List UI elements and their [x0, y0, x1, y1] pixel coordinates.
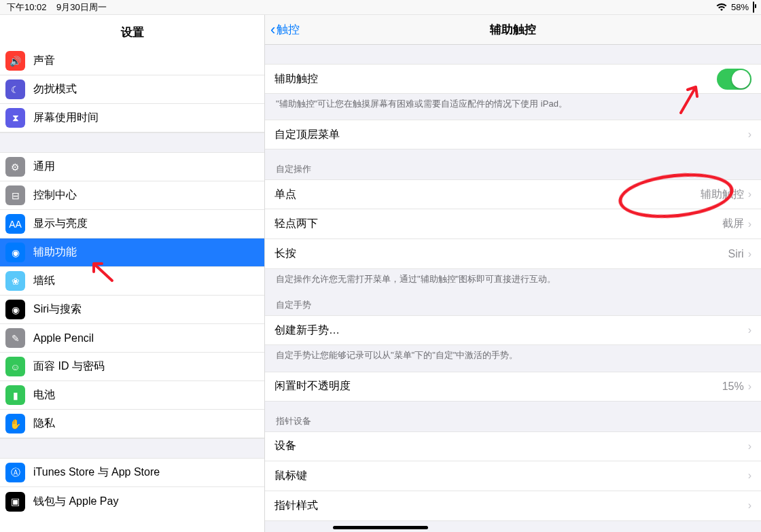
devices-row[interactable]: 设备 › [265, 431, 761, 461]
sidebar-item-label: iTunes Store 与 App Store [33, 465, 160, 480]
sidebar-item[interactable]: ⧗屏幕使用时间 [0, 104, 264, 132]
battery-icon: ▮ [5, 385, 25, 405]
chevron-right-icon: › [748, 469, 751, 482]
chevron-right-icon: › [748, 440, 751, 453]
sidebar-item[interactable]: ▮电池 [0, 381, 264, 410]
hourglass-icon: ⧗ [5, 108, 25, 128]
pointer-style-row[interactable]: 指针样式 › [265, 491, 761, 521]
sidebar-item-label: 通用 [33, 160, 55, 174]
siri-icon: ◉ [5, 300, 25, 319]
single-tap-row[interactable]: 单点 辅助触控 › [265, 179, 761, 209]
custom-gestures-header: 自定手势 [265, 285, 761, 315]
text-size-icon: AA [5, 214, 25, 234]
assistive-touch-desc: "辅助触控"可让您在触摸屏幕有困难或需要自适应配件的情况下使用 iPad。 [265, 94, 761, 110]
wifi-icon [716, 3, 727, 12]
chevron-right-icon: › [748, 128, 751, 141]
sidebar-item-label: 声音 [33, 54, 55, 68]
sidebar-item[interactable]: ✋隐私 [0, 410, 264, 438]
battery-icon [753, 2, 754, 12]
idle-opacity-row[interactable]: 闲置时不透明度 15% › [265, 372, 761, 402]
custom-actions-header: 自定操作 [265, 149, 761, 179]
assistive-touch-row[interactable]: 辅助触控 [265, 64, 761, 94]
custom-actions-footer: 自定操作允许您无需打开菜单，通过"辅助触控"图标即可直接进行互动。 [265, 269, 761, 285]
detail-header: ‹ 触控 辅助触控 [265, 15, 761, 45]
mouse-keys-row[interactable]: 鼠标键 › [265, 461, 761, 491]
sidebar-item[interactable]: ◉Siri与搜索 [0, 296, 264, 324]
sidebar-item-label: 勿扰模式 [33, 82, 77, 96]
pencil-icon: ✎ [5, 328, 25, 348]
appstore-icon: Ⓐ [5, 463, 25, 482]
detail-title: 辅助触控 [265, 22, 761, 37]
back-label: 触控 [277, 22, 300, 37]
switches-icon: ⊟ [5, 185, 25, 205]
assistive-touch-switch[interactable] [717, 69, 751, 90]
status-bar: 下午10:02 9月30日周一 58% [0, 0, 761, 15]
customize-top-menu-row[interactable]: 自定顶层菜单 › [265, 120, 761, 149]
speaker-icon: 🔊 [5, 51, 25, 71]
sidebar-item[interactable]: AA显示与亮度 [0, 210, 264, 238]
battery-percent: 58% [731, 2, 749, 12]
sidebar-item-label: Siri与搜索 [33, 302, 82, 317]
accessibility-icon: ◉ [5, 243, 25, 262]
sidebar-item-label: 钱包与 Apple Pay [33, 495, 118, 509]
sidebar-item-label: Apple Pencil [33, 332, 94, 344]
chevron-right-icon: › [748, 248, 751, 260]
sidebar-item-label: 显示与亮度 [33, 217, 88, 231]
home-indicator[interactable] [333, 526, 428, 529]
settings-sidebar: 设置 🔊声音☾勿扰模式⧗屏幕使用时间⚙通用⊟控制中心AA显示与亮度◉辅助功能❀墙… [0, 15, 265, 532]
sidebar-item-label: 电池 [33, 388, 55, 402]
back-button[interactable]: ‹ 触控 [265, 21, 300, 39]
sidebar-item-label: 辅助功能 [33, 245, 77, 260]
sidebar-item[interactable]: ☺面容 ID 与密码 [0, 353, 264, 381]
moon-icon: ☾ [5, 79, 25, 99]
chevron-right-icon: › [748, 380, 751, 393]
sidebar-item-label: 隐私 [33, 416, 55, 431]
pointer-devices-header: 指针设备 [265, 402, 761, 431]
double-tap-row[interactable]: 轻点两下 截屏 › [265, 209, 761, 239]
chevron-right-icon: › [748, 324, 751, 336]
assistive-touch-label: 辅助触控 [275, 72, 717, 86]
custom-gestures-footer: 自定手势让您能够记录可以从"菜单"下的"自定"中激活的手势。 [265, 345, 761, 361]
sidebar-item-label: 屏幕使用时间 [33, 111, 99, 125]
chevron-left-icon: ‹ [270, 21, 275, 39]
sidebar-item[interactable]: ❀墙纸 [0, 267, 264, 296]
sidebar-item-label: 墙纸 [33, 274, 55, 288]
chevron-right-icon: › [748, 218, 751, 230]
sidebar-item-label: 面容 ID 与密码 [33, 359, 105, 374]
hand-icon: ✋ [5, 414, 25, 433]
sidebar-item[interactable]: ⊟控制中心 [0, 181, 264, 210]
sidebar-title: 设置 [0, 15, 264, 47]
create-gesture-row[interactable]: 创建新手势… › [265, 315, 761, 345]
status-time: 下午10:02 [7, 2, 47, 12]
long-press-row[interactable]: 长按 Siri › [265, 239, 761, 269]
sidebar-item[interactable]: ◉辅助功能 [0, 238, 264, 267]
chevron-right-icon: › [748, 188, 751, 200]
flower-icon: ❀ [5, 271, 25, 291]
faceid-icon: ☺ [5, 357, 25, 376]
status-date: 9月30日周一 [56, 2, 107, 12]
sidebar-item[interactable]: ☾勿扰模式 [0, 75, 264, 104]
sidebar-item[interactable]: ⒶiTunes Store 与 App Store [0, 459, 264, 487]
sidebar-item[interactable]: ⚙通用 [0, 153, 264, 181]
sidebar-item[interactable]: ✎Apple Pencil [0, 324, 264, 353]
gear-icon: ⚙ [5, 157, 25, 177]
detail-pane: ‹ 触控 辅助触控 辅助触控 "辅助触控"可让您在触摸屏幕有困难或需要自适应配件… [265, 15, 761, 532]
wallet-icon: ▣ [5, 492, 25, 512]
chevron-right-icon: › [748, 499, 751, 512]
sidebar-item[interactable]: ▣钱包与 Apple Pay [0, 487, 264, 516]
sidebar-item-label: 控制中心 [33, 188, 77, 202]
sidebar-item[interactable]: 🔊声音 [0, 47, 264, 75]
